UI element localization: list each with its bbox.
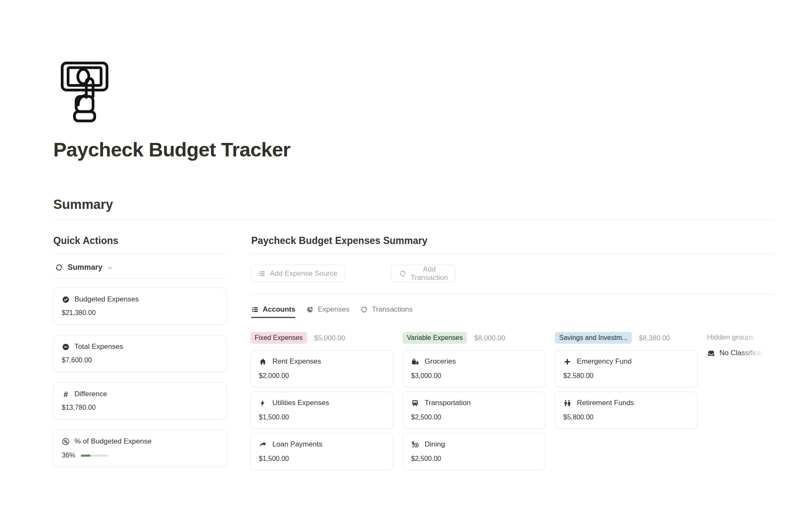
card-name: Loan Payments <box>272 440 322 449</box>
card-name: Retirement Funds <box>577 399 634 407</box>
quick-action-card-difference[interactable]: # Difference $13,780.00 <box>53 382 227 419</box>
account-card-emergency-fund[interactable]: Emergency Fund $2,580.00 <box>555 350 698 387</box>
card-name: Emergency Fund <box>577 357 631 366</box>
board-column-fixed-expenses: Fixed Expenses $5,000.00 Rent Expenses $… <box>250 332 393 470</box>
list-icon <box>258 270 266 277</box>
arrow-right-icon <box>259 441 267 449</box>
progress-bar-fill <box>81 455 91 457</box>
family-icon <box>563 399 571 407</box>
plus-icon <box>563 358 571 366</box>
accounts-board: Fixed Expenses $5,000.00 Rent Expenses $… <box>250 332 812 480</box>
bus-icon <box>411 399 419 407</box>
button-label: Add Expense Source <box>270 269 337 278</box>
card-name: Rent Expenses <box>272 357 321 366</box>
card-value: $2,500.00 <box>411 455 537 463</box>
card-value: $13,780.00 <box>62 404 218 411</box>
tab-label: Accounts <box>263 305 295 314</box>
tab-transactions[interactable]: Transactions <box>360 305 413 318</box>
card-name: Transportation <box>425 399 471 407</box>
summary-section-heading: Summary <box>53 197 113 212</box>
account-card-transportation[interactable]: Transportation $2,500.00 <box>403 392 546 429</box>
minus-circle-icon <box>62 343 70 351</box>
divider <box>250 294 774 294</box>
board-column-savings-investments: Savings and Investm... $8,380.00 Emergen… <box>555 332 698 429</box>
group-pill[interactable]: Fixed Expenses <box>250 332 307 344</box>
tab-accounts[interactable]: Accounts <box>251 305 295 318</box>
card-value: $7,600.00 <box>62 356 218 364</box>
cash-in-hand-icon <box>59 60 110 123</box>
account-card-dining[interactable]: Dining $2,500.00 <box>403 433 546 470</box>
card-value: $1,500.00 <box>259 414 385 421</box>
card-value: $2,500.00 <box>411 414 537 421</box>
account-card-rent-expenses[interactable]: Rent Expenses $2,000.00 <box>250 350 393 387</box>
summary-divider <box>53 219 774 220</box>
cycle-icon <box>360 306 368 313</box>
group-pill[interactable]: Variable Expenses <box>403 332 467 344</box>
list-icon <box>251 306 259 313</box>
view-selector-label: Summary <box>68 263 102 272</box>
card-value: $2,000.00 <box>259 372 385 380</box>
quick-action-card-total-expenses[interactable]: Total Expenses $7,600.00 <box>53 335 227 372</box>
button-label: Add Transaction <box>411 265 448 282</box>
lightning-icon <box>259 399 267 407</box>
group-total: $8,000.00 <box>474 334 505 342</box>
card-value: $21,380.00 <box>62 309 218 317</box>
inbox-icon <box>707 349 715 357</box>
group-total: $5,000.00 <box>314 334 345 342</box>
page-title: Paycheck Budget Tracker <box>53 138 291 161</box>
dining-icon <box>411 441 419 449</box>
card-value: $5,800.00 <box>563 414 689 421</box>
cycle-icon <box>399 270 406 277</box>
board-right-fade <box>739 329 812 384</box>
view-tabs: Accounts Expenses Transactions <box>251 305 413 318</box>
group-pill[interactable]: Savings and Investm... <box>555 332 632 344</box>
divider <box>53 278 227 279</box>
card-value: $2,580.00 <box>563 372 689 380</box>
percent-circle-icon <box>62 438 70 446</box>
account-card-retirement-funds[interactable]: Retirement Funds $5,800.00 <box>555 392 698 429</box>
card-value: $3,000.00 <box>411 372 537 380</box>
card-value: $1,500.00 <box>259 455 385 463</box>
check-circle-icon <box>62 296 70 304</box>
cycle-icon <box>55 263 63 271</box>
divider <box>250 253 774 254</box>
account-card-utilities-expenses[interactable]: Utilities Expenses $1,500.00 <box>250 392 393 429</box>
view-selector[interactable]: Summary <box>55 263 113 272</box>
quick-action-card-budgeted-expenses[interactable]: Budgeted Expenses $21,380.00 <box>53 288 227 325</box>
house-icon <box>259 358 267 366</box>
progress-bar <box>81 455 108 457</box>
hash-icon: # <box>62 390 70 398</box>
card-label: Difference <box>74 390 107 398</box>
board-column-variable-expenses: Variable Expenses $8,000.00 Groceries $ <box>403 332 546 470</box>
account-card-loan-payments[interactable]: Loan Payments $1,500.00 <box>250 433 393 470</box>
tab-expenses[interactable]: Expenses <box>306 305 349 318</box>
expenses-summary-heading: Paycheck Budget Expenses Summary <box>251 235 428 247</box>
shopping-bags-icon <box>411 358 419 366</box>
card-label: % of Budgeted Expense <box>74 437 151 446</box>
quick-actions-heading: Quick Actions <box>53 235 118 247</box>
add-expense-source-button[interactable]: Add Expense Source <box>250 265 345 282</box>
chevron-down-icon <box>107 265 113 271</box>
tab-label: Expenses <box>318 305 349 314</box>
card-label: Budgeted Expenses <box>74 295 139 304</box>
card-name: Groceries <box>425 357 456 366</box>
progress-percent-value: 36% <box>62 452 75 459</box>
divider <box>53 253 227 254</box>
card-label: Total Expenses <box>74 343 123 351</box>
group-total: $8,380.00 <box>639 334 670 342</box>
pie-chart-icon <box>306 306 314 313</box>
account-card-groceries[interactable]: Groceries $3,000.00 <box>403 350 546 387</box>
quick-action-card-percent-budgeted[interactable]: % of Budgeted Expense 36% <box>53 430 227 467</box>
card-name: Utilities Expenses <box>272 399 329 407</box>
card-name: Dining <box>425 440 445 449</box>
add-transaction-button[interactable]: Add Transaction <box>391 265 455 282</box>
tab-label: Transactions <box>372 305 413 314</box>
